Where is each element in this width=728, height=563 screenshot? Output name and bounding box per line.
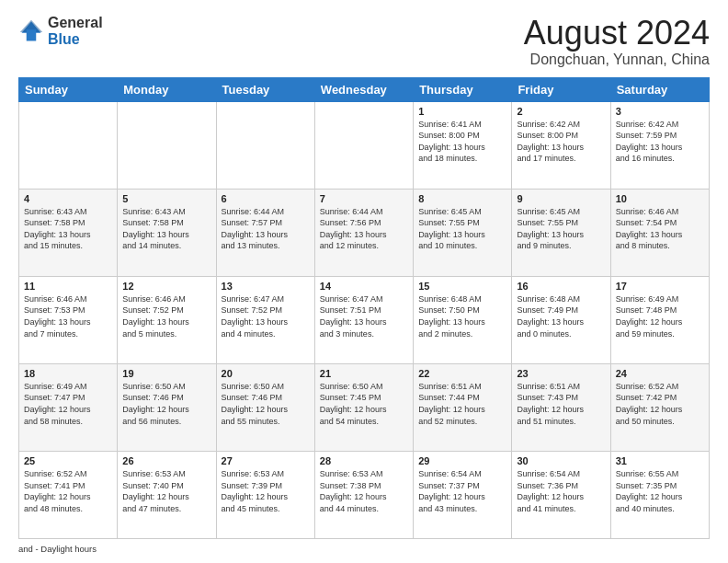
day-number: 7 [320,193,408,204]
day-info: Sunrise: 6:45 AM Sunset: 7:55 PM Dayligh… [517,206,605,252]
calendar-cell: 6Sunrise: 6:44 AM Sunset: 7:57 PM Daylig… [216,189,314,276]
day-info: Sunrise: 6:50 AM Sunset: 7:45 PM Dayligh… [320,381,408,427]
calendar-cell: 15Sunrise: 6:48 AM Sunset: 7:50 PM Dayli… [414,276,512,363]
calendar-day-header: Tuesday [216,77,314,101]
footer: and - Daylight hours [18,544,710,554]
day-number: 13 [222,281,310,292]
day-info: Sunrise: 6:41 AM Sunset: 8:00 PM Dayligh… [418,119,506,165]
calendar-cell: 8Sunrise: 6:45 AM Sunset: 7:55 PM Daylig… [414,189,512,276]
calendar-table: SundayMondayTuesdayWednesdayThursdayFrid… [18,77,710,539]
day-number: 2 [517,106,605,117]
calendar-week-row: 18Sunrise: 6:49 AM Sunset: 7:47 PM Dayli… [19,363,710,451]
day-number: 17 [616,281,704,292]
day-number: 21 [320,368,408,379]
calendar-cell: 28Sunrise: 6:53 AM Sunset: 7:38 PM Dayli… [314,451,413,538]
calendar-cell [118,101,216,189]
day-number: 14 [320,281,408,292]
calendar-week-row: 11Sunrise: 6:46 AM Sunset: 7:53 PM Dayli… [19,276,710,363]
calendar-week-row: 1Sunrise: 6:41 AM Sunset: 8:00 PM Daylig… [19,101,710,189]
day-info: Sunrise: 6:42 AM Sunset: 7:59 PM Dayligh… [616,119,704,165]
calendar-cell: 2Sunrise: 6:42 AM Sunset: 8:00 PM Daylig… [512,101,610,189]
logo-general: General [48,15,103,30]
header: General Blue August 2024 Dongchuan, Yunn… [18,15,710,68]
calendar-cell: 1Sunrise: 6:41 AM Sunset: 8:00 PM Daylig… [414,101,512,189]
day-info: Sunrise: 6:49 AM Sunset: 7:47 PM Dayligh… [24,381,112,427]
day-number: 27 [222,455,310,466]
calendar-cell: 3Sunrise: 6:42 AM Sunset: 7:59 PM Daylig… [610,101,709,189]
calendar-cell: 31Sunrise: 6:55 AM Sunset: 7:35 PM Dayli… [610,451,709,538]
day-info: Sunrise: 6:46 AM Sunset: 7:52 PM Dayligh… [122,293,210,339]
calendar-cell: 26Sunrise: 6:53 AM Sunset: 7:40 PM Dayli… [118,451,216,538]
calendar-cell [216,101,314,189]
day-info: Sunrise: 6:48 AM Sunset: 7:50 PM Dayligh… [418,293,506,339]
day-number: 6 [222,193,310,204]
day-info: Sunrise: 6:46 AM Sunset: 7:54 PM Dayligh… [616,206,704,252]
day-number: 28 [320,455,408,466]
logo: General Blue [18,15,103,47]
day-number: 20 [222,368,310,379]
calendar-cell: 22Sunrise: 6:51 AM Sunset: 7:44 PM Dayli… [414,363,512,451]
calendar-cell: 30Sunrise: 6:54 AM Sunset: 7:36 PM Dayli… [512,451,610,538]
calendar-cell: 14Sunrise: 6:47 AM Sunset: 7:51 PM Dayli… [314,276,413,363]
calendar-cell: 19Sunrise: 6:50 AM Sunset: 7:46 PM Dayli… [118,363,216,451]
calendar-cell: 27Sunrise: 6:53 AM Sunset: 7:39 PM Dayli… [216,451,314,538]
calendar-day-header: Saturday [610,77,709,101]
day-info: Sunrise: 6:52 AM Sunset: 7:41 PM Dayligh… [24,468,112,514]
logo-blue: Blue [48,31,80,47]
calendar-cell: 11Sunrise: 6:46 AM Sunset: 7:53 PM Dayli… [19,276,118,363]
calendar-cell: 21Sunrise: 6:50 AM Sunset: 7:45 PM Dayli… [314,363,413,451]
day-number: 3 [616,106,704,117]
logo-icon [18,18,44,44]
day-number: 9 [517,193,605,204]
day-number: 24 [616,368,704,379]
day-info: Sunrise: 6:44 AM Sunset: 7:56 PM Dayligh… [320,206,408,252]
day-number: 31 [616,455,704,466]
day-info: Sunrise: 6:43 AM Sunset: 7:58 PM Dayligh… [122,206,210,252]
day-number: 15 [418,281,506,292]
day-number: 22 [418,368,506,379]
calendar-cell: 13Sunrise: 6:47 AM Sunset: 7:52 PM Dayli… [216,276,314,363]
location: Dongchuan, Yunnan, China [524,52,710,68]
calendar-cell: 16Sunrise: 6:48 AM Sunset: 7:49 PM Dayli… [512,276,610,363]
page: General Blue August 2024 Dongchuan, Yunn… [0,0,728,563]
logo-text: General Blue [48,15,103,47]
day-number: 1 [418,106,506,117]
calendar-cell: 29Sunrise: 6:54 AM Sunset: 7:37 PM Dayli… [414,451,512,538]
day-info: Sunrise: 6:54 AM Sunset: 7:37 PM Dayligh… [418,468,506,514]
day-info: Sunrise: 6:47 AM Sunset: 7:52 PM Dayligh… [222,293,310,339]
day-number: 4 [24,193,112,204]
calendar-cell: 5Sunrise: 6:43 AM Sunset: 7:58 PM Daylig… [118,189,216,276]
day-info: Sunrise: 6:51 AM Sunset: 7:43 PM Dayligh… [517,381,605,427]
calendar-week-row: 4Sunrise: 6:43 AM Sunset: 7:58 PM Daylig… [19,189,710,276]
calendar-cell: 7Sunrise: 6:44 AM Sunset: 7:56 PM Daylig… [314,189,413,276]
day-info: Sunrise: 6:55 AM Sunset: 7:35 PM Dayligh… [616,468,704,514]
calendar-cell: 10Sunrise: 6:46 AM Sunset: 7:54 PM Dayli… [610,189,709,276]
day-info: Sunrise: 6:53 AM Sunset: 7:39 PM Dayligh… [222,468,310,514]
day-number: 12 [122,281,210,292]
day-info: Sunrise: 6:46 AM Sunset: 7:53 PM Dayligh… [24,293,112,339]
calendar-day-header: Monday [118,77,216,101]
calendar-day-header: Friday [512,77,610,101]
day-number: 18 [24,368,112,379]
day-info: Sunrise: 6:53 AM Sunset: 7:38 PM Dayligh… [320,468,408,514]
day-info: Sunrise: 6:48 AM Sunset: 7:49 PM Dayligh… [517,293,605,339]
day-number: 29 [418,455,506,466]
day-number: 30 [517,455,605,466]
calendar-cell: 20Sunrise: 6:50 AM Sunset: 7:46 PM Dayli… [216,363,314,451]
calendar-cell: 23Sunrise: 6:51 AM Sunset: 7:43 PM Dayli… [512,363,610,451]
day-info: Sunrise: 6:51 AM Sunset: 7:44 PM Dayligh… [418,381,506,427]
day-number: 11 [24,281,112,292]
calendar-cell: 12Sunrise: 6:46 AM Sunset: 7:52 PM Dayli… [118,276,216,363]
day-number: 19 [122,368,210,379]
calendar-cell: 18Sunrise: 6:49 AM Sunset: 7:47 PM Dayli… [19,363,118,451]
calendar-cell [314,101,413,189]
calendar-cell: 17Sunrise: 6:49 AM Sunset: 7:48 PM Dayli… [610,276,709,363]
day-info: Sunrise: 6:42 AM Sunset: 8:00 PM Dayligh… [517,119,605,165]
calendar-day-header: Sunday [19,77,118,101]
calendar-cell: 4Sunrise: 6:43 AM Sunset: 7:58 PM Daylig… [19,189,118,276]
day-info: Sunrise: 6:47 AM Sunset: 7:51 PM Dayligh… [320,293,408,339]
day-info: Sunrise: 6:43 AM Sunset: 7:58 PM Dayligh… [24,206,112,252]
day-number: 8 [418,193,506,204]
calendar-cell: 24Sunrise: 6:52 AM Sunset: 7:42 PM Dayli… [610,363,709,451]
calendar-cell: 9Sunrise: 6:45 AM Sunset: 7:55 PM Daylig… [512,189,610,276]
